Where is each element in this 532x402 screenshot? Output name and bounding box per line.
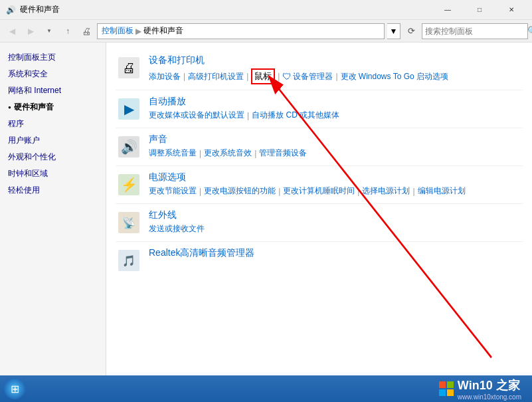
autoplay-icon: ▶ [116, 96, 142, 122]
mouse-link-highlighted[interactable]: 鼠标 [251, 68, 275, 84]
close-button[interactable]: ✕ [496, 0, 527, 20]
manage-audio-link[interactable]: 管理音频设备 [259, 148, 307, 159]
logo-blue [439, 389, 446, 396]
power-icon: ⚡ [116, 171, 142, 198]
search-input[interactable] [422, 27, 527, 36]
realtek-title[interactable]: Realtek高清晰音频管理器 [149, 247, 523, 259]
infrared-icon: 📡 [116, 209, 142, 236]
main-layout: 控制面板主页 系统和安全 网络和 Internet ● 硬件和声音 程序 用户账… [0, 43, 532, 402]
devices-title[interactable]: 设备和打印机 [149, 54, 523, 66]
sidebar-item-network-label: 网络和 Internet [8, 85, 61, 96]
sidebar-item-home-label: 控制面板主页 [8, 52, 56, 63]
section-realtek: 🎵 Realtek高清晰音频管理器 [116, 242, 523, 279]
edit-power-plan-link[interactable]: 编辑电源计划 [418, 185, 466, 197]
sidebar-item-network[interactable]: 网络和 Internet [0, 82, 106, 99]
sidebar-item-ease-label: 轻松使用 [8, 185, 40, 196]
realtek-icon: 🎵 [116, 247, 142, 274]
section-power: ⚡ 电源选项 更改节能设置 | 更改电源按钮的功能 | 更改计算机睡眠时间 | … [116, 166, 523, 204]
content-area: 🖨 设备和打印机 添加设备 | 高级打印机设置 | 鼠标 | 🛡 设备管理器 [106, 43, 532, 402]
windows-logo [439, 381, 454, 396]
window-icon: 🔊 [5, 5, 16, 15]
brand-subtext: www.win10xtong.com [458, 393, 521, 401]
send-receive-link[interactable]: 发送或接收文件 [149, 223, 205, 235]
maximize-button[interactable]: □ [464, 0, 495, 20]
power-saving-link[interactable]: 更改节能设置 [149, 185, 197, 197]
adjust-volume-link[interactable]: 调整系统音量 [149, 148, 197, 159]
sound-links: 调整系统音量 | 更改系统音效 | 管理音频设备 [149, 148, 523, 159]
autoplay-content: 自动播放 更改媒体或设备的默认设置 | 自动播放 CD 或其他媒体 [149, 96, 523, 121]
search-button[interactable]: 🔍 [527, 24, 532, 39]
add-device-link[interactable]: 添加设备 [149, 71, 181, 82]
shield-icon: 🛡 [282, 71, 292, 82]
sidebar-item-system-label: 系统和安全 [8, 68, 48, 80]
window-controls: — □ ✕ [432, 0, 527, 20]
devices-icon: 🖨 [116, 54, 142, 81]
breadcrumb-separator: ▶ [135, 27, 141, 36]
brand-text: Win10 之家 [458, 377, 521, 393]
breadcrumb-item-2: 硬件和声音 [143, 25, 183, 37]
printer-settings-link[interactable]: 高级打印机设置 [188, 71, 244, 82]
devices-content: 设备和打印机 添加设备 | 高级打印机设置 | 鼠标 | 🛡 设备管理器 | [149, 54, 523, 84]
sound-icon: 🔊 [116, 134, 142, 160]
sleep-time-link[interactable]: 更改计算机睡眠时间 [283, 185, 355, 197]
title-bar: 🔊 硬件和声音 — □ ✕ [0, 0, 532, 20]
section-infrared: 📡 红外线 发送或接收文件 [116, 204, 523, 242]
sidebar-item-users-label: 用户账户 [8, 135, 40, 146]
sidebar-item-ease[interactable]: 轻松使用 [0, 182, 106, 199]
section-devices: 🖨 设备和打印机 添加设备 | 高级打印机设置 | 鼠标 | 🛡 设备管理器 [116, 49, 523, 90]
sidebar-item-home[interactable]: 控制面板主页 [0, 49, 106, 66]
sound-content: 声音 调整系统音量 | 更改系统音效 | 管理音频设备 [149, 134, 523, 159]
realtek-content: Realtek高清晰音频管理器 [149, 247, 523, 261]
power-title[interactable]: 电源选项 [149, 171, 523, 183]
infrared-content: 红外线 发送或接收文件 [149, 209, 523, 235]
autoplay-title[interactable]: 自动播放 [149, 96, 523, 108]
autoplay-links: 更改媒体或设备的默认设置 | 自动播放 CD 或其他媒体 [149, 110, 523, 121]
section-autoplay: ▶ 自动播放 更改媒体或设备的默认设置 | 自动播放 CD 或其他媒体 [116, 90, 523, 128]
infrared-title[interactable]: 红外线 [149, 209, 523, 221]
start-button[interactable]: ⊞ [4, 378, 25, 399]
active-bullet: ● [8, 104, 11, 110]
power-links: 更改节能设置 | 更改电源按钮的功能 | 更改计算机睡眠时间 | 选择电源计划 … [149, 185, 523, 197]
sidebar-item-clock[interactable]: 时钟和区域 [0, 165, 106, 182]
sidebar: 控制面板主页 系统和安全 网络和 Internet ● 硬件和声音 程序 用户账… [0, 43, 106, 402]
logo-green [447, 381, 454, 388]
window-title: 硬件和声音 [20, 4, 432, 15]
search-bar: 🔍 [422, 23, 528, 39]
logo-red [439, 381, 446, 388]
sidebar-item-appearance[interactable]: 外观和个性化 [0, 149, 106, 165]
breadcrumb-dropdown[interactable]: ▼ [387, 23, 400, 39]
taskbar: ⊞ Win10 之家 www.win10xtong.com [0, 375, 532, 402]
brand-area: Win10 之家 www.win10xtong.com [439, 377, 521, 401]
devices-links: 添加设备 | 高级打印机设置 | 鼠标 | 🛡 设备管理器 | 更改 Windo… [149, 68, 523, 84]
sidebar-item-users[interactable]: 用户账户 [0, 132, 106, 149]
sidebar-item-hardware[interactable]: ● 硬件和声音 [0, 99, 106, 116]
refresh-button[interactable]: ⟳ [403, 23, 419, 39]
device-manager-link[interactable]: 设备管理器 [293, 71, 333, 82]
print-icon[interactable]: 🖨 [78, 23, 94, 39]
section-sound: 🔊 声音 调整系统音量 | 更改系统音效 | 管理音频设备 [116, 128, 523, 166]
sidebar-item-appearance-label: 外观和个性化 [8, 151, 56, 163]
recent-button[interactable]: ▼ [41, 23, 57, 39]
back-button[interactable]: ◀ [4, 23, 20, 39]
breadcrumb-item-1[interactable]: 控制面板 [102, 25, 133, 37]
change-sound-link[interactable]: 更改系统音效 [204, 148, 252, 159]
sidebar-item-hardware-label: 硬件和声音 [14, 102, 54, 113]
power-button-link[interactable]: 更改电源按钮的功能 [204, 185, 276, 197]
autoplay-cd-link[interactable]: 自动播放 CD 或其他媒体 [252, 110, 339, 121]
sidebar-item-clock-label: 时钟和区域 [8, 168, 48, 179]
forward-button[interactable]: ▶ [23, 23, 39, 39]
sidebar-item-system[interactable]: 系统和安全 [0, 66, 106, 82]
breadcrumb: 控制面板 ▶ 硬件和声音 [97, 23, 385, 39]
address-bar: ◀ ▶ ▼ ↑ 🖨 控制面板 ▶ 硬件和声音 ▼ ⟳ 🔍 [0, 20, 532, 43]
minimize-button[interactable]: — [432, 0, 463, 20]
power-plan-link[interactable]: 选择电源计划 [362, 185, 410, 197]
windows-to-go-link[interactable]: 更改 Windows To Go 启动选项 [341, 71, 448, 82]
change-media-link[interactable]: 更改媒体或设备的默认设置 [149, 110, 244, 121]
up-button[interactable]: ↑ [60, 23, 76, 39]
sound-title[interactable]: 声音 [149, 134, 523, 146]
power-content: 电源选项 更改节能设置 | 更改电源按钮的功能 | 更改计算机睡眠时间 | 选择… [149, 171, 523, 197]
infrared-links: 发送或接收文件 [149, 223, 523, 235]
sidebar-item-programs-label: 程序 [8, 118, 24, 130]
logo-yellow [447, 389, 454, 396]
sidebar-item-programs[interactable]: 程序 [0, 116, 106, 132]
